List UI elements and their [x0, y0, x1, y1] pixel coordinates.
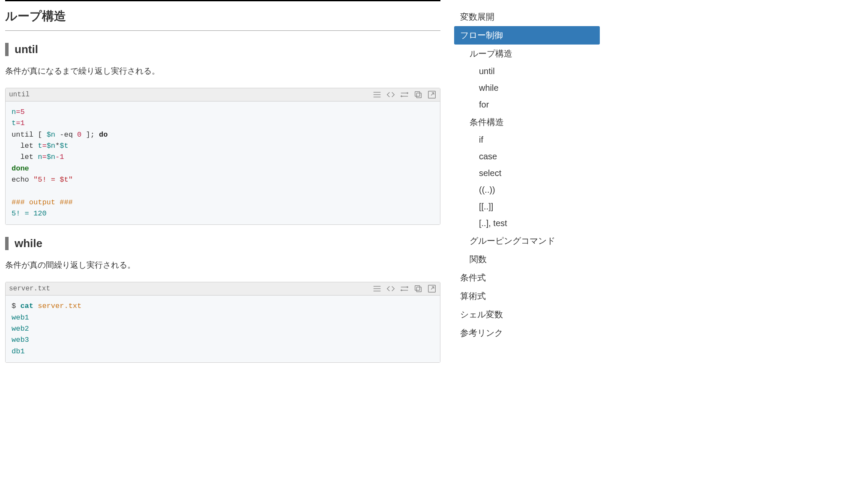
toc-link[interactable]: 変数展開 [454, 8, 600, 26]
code-token: - [55, 153, 60, 161]
toc-item: ループ構造 [454, 45, 600, 63]
code-token: web3 [12, 336, 29, 344]
copy-icon[interactable] [413, 284, 423, 293]
code-token [33, 302, 38, 310]
toc-item: シェル変数 [454, 305, 600, 324]
heading-while: while [5, 237, 440, 250]
codeblock-tools [372, 284, 437, 293]
toc-link[interactable]: シェル変数 [454, 305, 600, 324]
code-token: $n [47, 131, 55, 139]
code-token: n [12, 108, 16, 116]
toc-item: 条件構造 [454, 113, 600, 131]
toc-link[interactable]: case [454, 148, 600, 165]
code-token: = [42, 142, 46, 150]
code-token: ]; [81, 131, 99, 139]
code-token: web2 [12, 325, 29, 333]
lines-icon[interactable] [372, 284, 382, 293]
toc-item: if [454, 131, 600, 148]
svg-rect-14 [415, 286, 420, 290]
toc-link[interactable]: フロー制御 [454, 26, 600, 45]
open-new-icon[interactable] [427, 284, 437, 293]
code-token: $n [47, 153, 55, 161]
code-token: web1 [12, 314, 29, 322]
svg-rect-13 [416, 287, 421, 292]
code-while: $ cat server.txt web1 web2 web3 db1 [6, 296, 440, 362]
toc-item: select [454, 165, 600, 182]
code-token: 5! = 120 [12, 209, 47, 218]
codeblock-title: until [9, 91, 30, 99]
toc-item: 条件式 [454, 269, 600, 287]
main-content: ループ構造 until 条件が真になるまで繰り返し実行される。 until [0, 0, 446, 392]
toc-link[interactable]: for [454, 96, 600, 113]
toc-link[interactable]: until [454, 63, 600, 80]
toc-item: ((..)) [454, 182, 600, 198]
svg-rect-5 [416, 93, 421, 98]
code-token: let [12, 142, 38, 150]
wrap-icon[interactable] [400, 90, 409, 99]
open-new-icon[interactable] [427, 90, 437, 99]
code-token: = [42, 153, 46, 161]
code-token: -eq [55, 131, 77, 139]
code-icon[interactable] [386, 90, 395, 99]
toc-item: グルーピングコマンド [454, 232, 600, 250]
toc-item: 参考リンク [454, 324, 600, 342]
toc-link[interactable]: [..], test [454, 215, 600, 232]
toc-link[interactable]: ループ構造 [454, 45, 600, 63]
codeblock-until: until n=5 t=1 until [ $n -eq 0 ]; do [5, 88, 440, 225]
code-token: $ [12, 302, 20, 310]
codeblock-header: until [6, 88, 440, 102]
toc-item: for [454, 96, 600, 113]
code-token: server.txt [38, 302, 81, 310]
code-token: = [16, 108, 20, 116]
svg-rect-6 [415, 92, 420, 96]
code-token: until [ [12, 131, 47, 139]
code-token: $n [47, 142, 55, 150]
toc-item: [[..]] [454, 198, 600, 215]
toc-link[interactable]: 算術式 [454, 287, 600, 305]
code-token: done [12, 164, 29, 173]
code-icon[interactable] [386, 284, 395, 293]
code-token: 1 [60, 153, 64, 161]
code-until: n=5 t=1 until [ $n -eq 0 ]; do let t=$n*… [6, 102, 440, 224]
toc-link[interactable]: [[..]] [454, 198, 600, 215]
code-token: ### output ### [12, 198, 73, 206]
toc-link[interactable]: ((..)) [454, 182, 600, 198]
lines-icon[interactable] [372, 90, 382, 99]
toc-link[interactable]: if [454, 131, 600, 148]
toc-link[interactable]: 関数 [454, 250, 600, 269]
toc-sidebar: 変数展開フロー制御ループ構造untilwhilefor条件構造ifcasesel… [446, 0, 608, 392]
toc-link[interactable]: 条件構造 [454, 113, 600, 131]
toc-link[interactable]: 参考リンク [454, 324, 600, 342]
wrap-icon[interactable] [400, 284, 409, 293]
toc-list: 変数展開フロー制御ループ構造untilwhilefor条件構造ifcasesel… [454, 8, 600, 342]
code-token: cat [20, 302, 33, 310]
code-token: $t [60, 142, 68, 150]
toc-link[interactable]: select [454, 165, 600, 182]
code-token: echo [12, 176, 33, 184]
toc-item: 変数展開 [454, 8, 600, 26]
codeblock-tools [372, 90, 437, 99]
code-token: t [12, 119, 16, 127]
toc-link[interactable]: グルーピングコマンド [454, 232, 600, 250]
code-token: * [55, 142, 60, 150]
toc-item: while [454, 80, 600, 96]
desc-until: 条件が真になるまで繰り返し実行される。 [5, 66, 440, 77]
toc-item: case [454, 148, 600, 165]
code-token: do [99, 131, 108, 139]
code-token: = [16, 119, 20, 127]
toc-item: 関数 [454, 250, 600, 269]
section-title: ループ構造 [5, 0, 440, 31]
desc-while: 条件が真の間繰り返し実行される。 [5, 260, 440, 271]
codeblock-header: server.txt [6, 282, 440, 296]
toc-link[interactable]: 条件式 [454, 269, 600, 287]
codeblock-while: server.txt $ cat server.txt web1 web [5, 282, 440, 363]
heading-until: until [5, 43, 440, 56]
toc-link[interactable]: while [454, 80, 600, 96]
copy-icon[interactable] [413, 90, 423, 99]
code-token: db1 [12, 347, 25, 356]
toc-item: フロー制御 [454, 26, 600, 45]
toc-item: [..], test [454, 215, 600, 232]
code-token: n [38, 153, 42, 161]
code-token: let [12, 153, 38, 161]
codeblock-title: server.txt [9, 285, 50, 293]
